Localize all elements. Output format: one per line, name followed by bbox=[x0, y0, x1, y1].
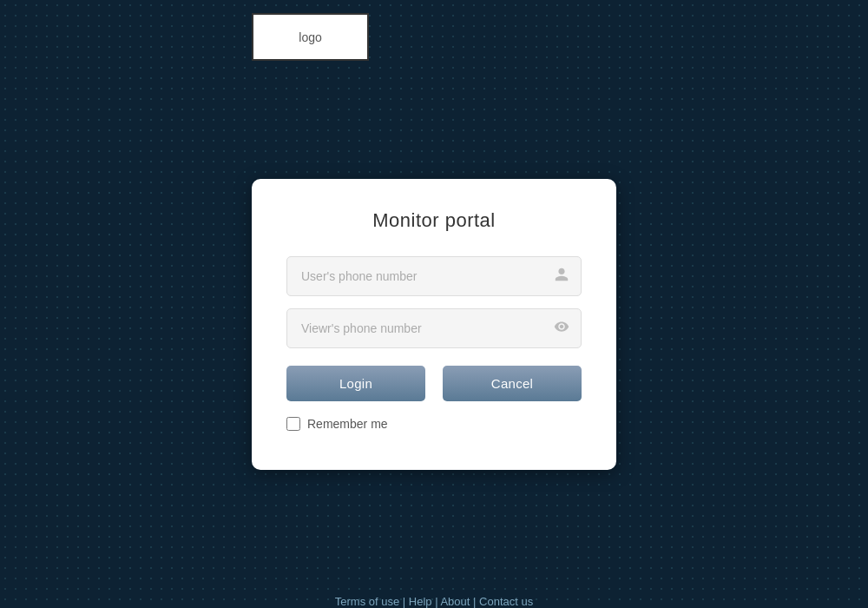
footer: Terms of use | Help | About | Contact us bbox=[335, 595, 533, 608]
remember-label[interactable]: Remember me bbox=[307, 417, 388, 431]
terms-link[interactable]: Terms of use bbox=[335, 595, 399, 608]
about-link[interactable]: About bbox=[440, 595, 470, 608]
main-content: Monitor portal Login Cancel Remember bbox=[0, 78, 868, 571]
phone-input[interactable] bbox=[286, 256, 582, 296]
sep2: | bbox=[432, 595, 441, 608]
sep3: | bbox=[470, 595, 479, 608]
viewer-input-wrapper bbox=[286, 308, 582, 348]
contact-link[interactable]: Contact us bbox=[479, 595, 533, 608]
card-title: Monitor portal bbox=[286, 209, 582, 232]
header: logo bbox=[0, 0, 868, 61]
viewer-phone-input[interactable] bbox=[286, 308, 582, 348]
logo-text: logo bbox=[299, 30, 321, 44]
buttons-row: Login Cancel bbox=[286, 366, 582, 401]
login-card: Monitor portal Login Cancel Remember bbox=[252, 179, 616, 470]
cancel-button[interactable]: Cancel bbox=[443, 366, 582, 401]
remember-row: Remember me bbox=[286, 417, 582, 431]
phone-input-wrapper bbox=[286, 256, 582, 296]
login-button[interactable]: Login bbox=[286, 366, 425, 401]
logo: logo bbox=[252, 13, 369, 61]
help-link[interactable]: Help bbox=[409, 595, 432, 608]
remember-checkbox[interactable] bbox=[286, 417, 300, 431]
sep1: | bbox=[399, 595, 409, 608]
